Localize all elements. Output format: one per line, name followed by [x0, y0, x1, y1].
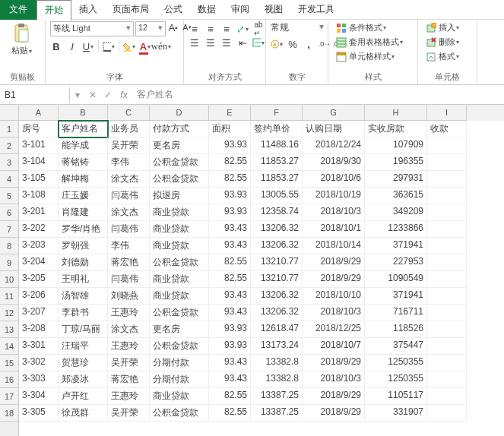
- cell[interactable]: 349209: [365, 204, 427, 221]
- cell[interactable]: 分期付款: [150, 355, 209, 371]
- cell[interactable]: 庄玉媛: [59, 188, 108, 204]
- table-format-button[interactable]: 套用表格格式: [333, 36, 406, 49]
- cell[interactable]: 闫葛伟: [108, 221, 150, 238]
- cell[interactable]: 118526: [365, 321, 427, 338]
- cell[interactable]: 涂文杰: [108, 321, 150, 338]
- cell[interactable]: 刘晓燕: [108, 288, 150, 305]
- fx-icon[interactable]: fx: [116, 90, 132, 100]
- cell[interactable]: 297931: [365, 171, 427, 188]
- cell[interactable]: 拟退房: [150, 188, 209, 204]
- italic-icon[interactable]: I: [66, 40, 78, 52]
- percent-icon[interactable]: %: [287, 38, 299, 50]
- cell[interactable]: 93.43: [209, 288, 251, 305]
- format-button[interactable]: 格式: [423, 50, 462, 63]
- cell[interactable]: [427, 388, 467, 405]
- cell[interactable]: 涂文杰: [108, 171, 150, 188]
- cell[interactable]: 2018/10/7: [303, 338, 365, 355]
- cell[interactable]: 面积: [209, 121, 251, 137]
- cell[interactable]: 1233866: [365, 221, 427, 238]
- cell[interactable]: 13210.77: [251, 254, 303, 271]
- bold-icon[interactable]: B: [50, 40, 62, 52]
- enter-icon[interactable]: ✓: [100, 90, 116, 100]
- cell[interactable]: [427, 305, 467, 321]
- cell[interactable]: 371941: [365, 238, 427, 254]
- cell[interactable]: [427, 221, 467, 238]
- cell[interactable]: 涂文杰: [108, 204, 150, 221]
- cell[interactable]: 卢开红: [59, 388, 108, 405]
- cell[interactable]: 公积金贷款: [150, 305, 209, 321]
- formula-input[interactable]: 客户姓名: [132, 86, 504, 103]
- cell[interactable]: 罗朝强: [59, 238, 108, 254]
- cell[interactable]: 363615: [365, 188, 427, 204]
- tab-file[interactable]: 文件: [0, 0, 36, 20]
- align-bottom-icon[interactable]: ≡: [220, 23, 233, 35]
- align-top-icon[interactable]: ≡: [189, 23, 201, 35]
- cell[interactable]: 2018/10/14: [303, 238, 365, 254]
- row-header[interactable]: 16: [0, 371, 18, 388]
- col-header-H[interactable]: H: [365, 105, 427, 121]
- cell[interactable]: [427, 338, 467, 355]
- cell[interactable]: 商业贷款: [150, 288, 209, 305]
- cell[interactable]: 丁琼/马丽: [59, 321, 108, 338]
- row-header[interactable]: 6: [0, 204, 18, 221]
- cell[interactable]: 331907: [365, 405, 427, 422]
- tab-审阅[interactable]: 审阅: [223, 0, 257, 20]
- cell[interactable]: 公积金贷款: [150, 338, 209, 355]
- cell[interactable]: 商业贷款: [150, 221, 209, 238]
- col-header-I[interactable]: I: [427, 105, 467, 121]
- cell[interactable]: 2018/10/1: [303, 221, 365, 238]
- number-format-select[interactable]: 常规 ▾: [271, 21, 324, 34]
- cell[interactable]: 93.93: [209, 204, 251, 221]
- cell[interactable]: 更名房: [150, 321, 209, 338]
- col-header-D[interactable]: D: [150, 105, 209, 121]
- cell[interactable]: 客户姓名: [59, 121, 108, 137]
- cell[interactable]: 82.55: [209, 271, 251, 288]
- cell[interactable]: 蒋宏艳: [108, 254, 150, 271]
- cell[interactable]: 93.43: [209, 221, 251, 238]
- cell-style-button[interactable]: 单元格样式: [333, 50, 398, 63]
- cell[interactable]: 2018/9/29: [303, 405, 365, 422]
- cell[interactable]: 2018/9/29: [303, 271, 365, 288]
- cell[interactable]: 刘德勋: [59, 254, 108, 271]
- font-name-select[interactable]: 等线 Light ▾: [50, 21, 134, 36]
- cell[interactable]: [427, 171, 467, 188]
- cell[interactable]: 3-204: [19, 254, 59, 271]
- paste-button[interactable]: 粘贴: [5, 21, 38, 56]
- cell[interactable]: 196355: [365, 154, 427, 171]
- cell[interactable]: 93.93: [209, 188, 251, 204]
- underline-icon[interactable]: U: [82, 40, 94, 52]
- indent-dec-icon[interactable]: ⇤: [236, 36, 249, 49]
- cell[interactable]: 李伟: [108, 154, 150, 171]
- select-all-corner[interactable]: [0, 105, 18, 121]
- cell[interactable]: 11488.16: [251, 137, 303, 154]
- orientation-icon[interactable]: ⤢: [236, 23, 249, 35]
- row-header[interactable]: 14: [0, 338, 18, 355]
- cell[interactable]: 分期付款: [150, 371, 209, 388]
- cell[interactable]: [427, 288, 467, 305]
- row-header[interactable]: 2: [0, 137, 18, 154]
- cell[interactable]: 汪瑞平: [59, 338, 108, 355]
- fill-color-icon[interactable]: [123, 40, 135, 52]
- cell[interactable]: 汤智雄: [59, 288, 108, 305]
- cell[interactable]: 3-205: [19, 271, 59, 288]
- cell[interactable]: 2018/10/19: [303, 188, 365, 204]
- cell[interactable]: 375447: [365, 338, 427, 355]
- cell[interactable]: 227953: [365, 254, 427, 271]
- cell[interactable]: 2018/12/24: [303, 137, 365, 154]
- accounting-icon[interactable]: ¥: [271, 38, 283, 50]
- align-left-icon[interactable]: ☰: [189, 36, 201, 49]
- align-center-icon[interactable]: ☰: [204, 36, 217, 49]
- cell[interactable]: 13206.32: [251, 305, 303, 321]
- tab-开始[interactable]: 开始: [36, 0, 71, 21]
- cell[interactable]: 82.55: [209, 154, 251, 171]
- cell[interactable]: 吴开荣: [108, 405, 150, 422]
- row-header[interactable]: 13: [0, 321, 18, 338]
- cell[interactable]: 吴开荣: [108, 137, 150, 154]
- cell[interactable]: 371941: [365, 288, 427, 305]
- cell[interactable]: 93.93: [209, 338, 251, 355]
- cell[interactable]: 公积金贷款: [150, 405, 209, 422]
- cell[interactable]: 1250355: [365, 355, 427, 371]
- cell[interactable]: [427, 271, 467, 288]
- cell[interactable]: 商业贷款: [150, 238, 209, 254]
- col-header-E[interactable]: E: [209, 105, 251, 121]
